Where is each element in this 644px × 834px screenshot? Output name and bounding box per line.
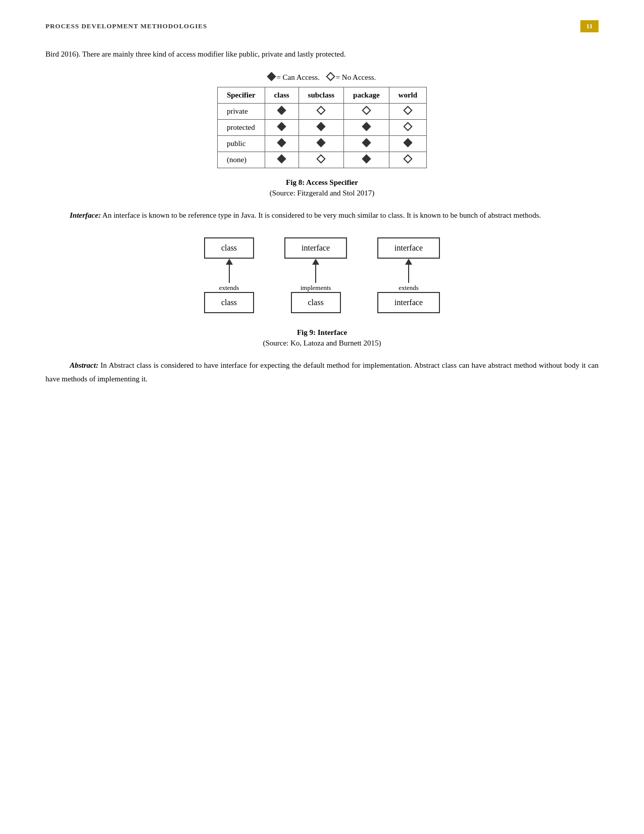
- arrow-2: implements: [301, 259, 331, 292]
- cell-empty: [389, 104, 427, 120]
- cell-filled: [265, 136, 299, 152]
- row-specifier: public: [217, 136, 265, 152]
- cell-filled: [299, 136, 344, 152]
- cell-empty: [389, 152, 427, 168]
- arrow-head-3: [405, 259, 412, 265]
- col-world: world: [389, 87, 427, 104]
- abstract-text: In Abstract class is considered to have …: [45, 361, 599, 383]
- legend: = Can Access. = No Access.: [45, 73, 599, 82]
- legend-filled-label: = Can Access.: [276, 73, 320, 81]
- diagram-box-bottom-3: interface: [377, 292, 440, 313]
- col-class: class: [265, 87, 299, 104]
- col-subclass: subclass: [299, 87, 344, 104]
- diagram-box-top-1: class: [204, 237, 254, 259]
- arrow-label-2: implements: [301, 284, 331, 292]
- arrow-label-1: extends: [219, 284, 239, 292]
- arrow-1: extends: [219, 259, 239, 292]
- cell-filled: [344, 120, 389, 136]
- header-title: PROCESS DEVELOPMENT METHODOLOGIES: [45, 22, 207, 30]
- arrow-line-2: [315, 265, 316, 283]
- cell-filled: [299, 120, 344, 136]
- page-number: 11: [580, 20, 599, 32]
- page-header: PROCESS DEVELOPMENT METHODOLOGIES 11: [45, 20, 599, 32]
- interface-text: An interface is known to be reference ty…: [101, 211, 541, 219]
- interface-paragraph: Interface: An interface is known to be r…: [45, 209, 599, 222]
- cell-filled: [344, 136, 389, 152]
- diagram-box-bottom-2: class: [291, 292, 341, 313]
- diagram-box-bottom-1: class: [204, 292, 254, 313]
- arrow-label-3: extends: [399, 284, 419, 292]
- table-row: private: [217, 104, 426, 120]
- cell-filled: [265, 120, 299, 136]
- cell-filled: [344, 152, 389, 168]
- col-package: package: [344, 87, 389, 104]
- cell-filled: [265, 104, 299, 120]
- row-specifier: (none): [217, 152, 265, 168]
- arrow-head-1: [226, 259, 233, 265]
- fig8-caption: Fig 8: Access Specifier: [45, 178, 599, 187]
- legend-empty-label: = No Access.: [336, 73, 376, 81]
- fig8-source: (Source: Fitzgerald and Stol 2017): [45, 189, 599, 198]
- cell-filled: [389, 136, 427, 152]
- access-specifier-table: Specifier class subclass package world p…: [217, 87, 427, 168]
- intro-paragraph: Bird 2016). There are mainly three kind …: [45, 47, 599, 61]
- interface-diagram: class extends class interface implements…: [45, 237, 599, 313]
- abstract-paragraph: Abstract: In Abstract class is considere…: [45, 359, 599, 386]
- interface-label: Interface:: [70, 211, 101, 219]
- diagram-box-top-2: interface: [284, 237, 347, 259]
- table-wrapper: Specifier class subclass package world p…: [45, 87, 599, 168]
- table-row: public: [217, 136, 426, 152]
- fig9-caption: Fig 9: Interface: [45, 328, 599, 337]
- arrow-head-2: [312, 259, 319, 265]
- row-specifier: private: [217, 104, 265, 120]
- arrow-3: extends: [399, 259, 419, 292]
- arrow-line-3: [408, 265, 409, 283]
- diagram-col-3: interface extends interface: [377, 237, 440, 313]
- cell-empty: [299, 152, 344, 168]
- diagram-col-1: class extends class: [204, 237, 254, 313]
- abstract-label: Abstract:: [70, 361, 98, 369]
- legend-empty-icon: [326, 72, 335, 81]
- diagram-box-top-3: interface: [377, 237, 440, 259]
- legend-filled-icon: [267, 72, 276, 81]
- cell-empty: [299, 104, 344, 120]
- table-row: protected: [217, 120, 426, 136]
- fig9-source: (Source: Ko, Latoza and Burnett 2015): [45, 339, 599, 348]
- page: PROCESS DEVELOPMENT METHODOLOGIES 11 Bir…: [0, 0, 644, 834]
- cell-empty: [344, 104, 389, 120]
- col-specifier: Specifier: [217, 87, 265, 104]
- arrow-line-1: [229, 265, 230, 283]
- cell-empty: [389, 120, 427, 136]
- row-specifier: protected: [217, 120, 265, 136]
- cell-filled: [265, 152, 299, 168]
- table-row: (none): [217, 152, 426, 168]
- diagram-col-2: interface implements class: [284, 237, 347, 313]
